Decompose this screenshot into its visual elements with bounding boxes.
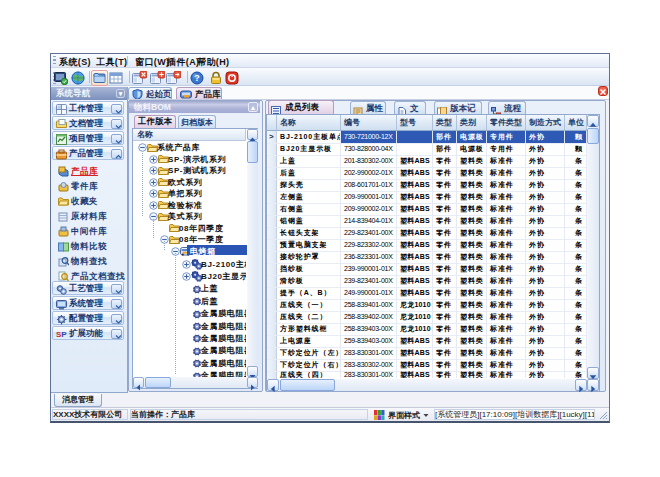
svg-text:?: ? — [194, 73, 200, 83]
